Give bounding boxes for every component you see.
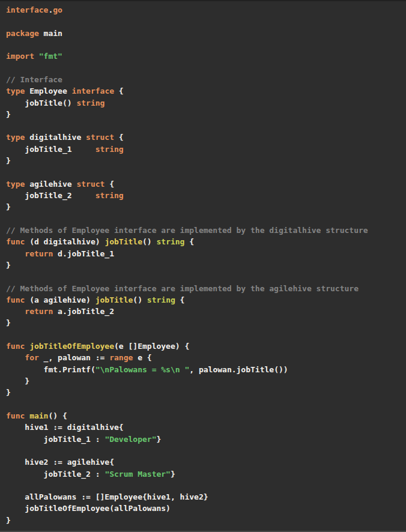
code-token-function_name: jobTitle (105, 237, 142, 246)
code-token-keyword: type (6, 133, 25, 142)
code-token-keyword: struct (76, 180, 105, 189)
code-token-function_name: jobTitleOfEmployee (29, 342, 114, 351)
code-line: interface.go (6, 4, 400, 16)
code-token-keyword: return (25, 249, 53, 258)
code-token-plain (6, 353, 25, 362)
code-token-string_literal: "Developer" (105, 435, 156, 444)
code-token-plain (25, 411, 29, 420)
code-token-keyword: range (109, 353, 133, 362)
code-token-plain: jobTitle_1 : (6, 435, 105, 444)
code-token-builtin_type: string (156, 237, 184, 246)
code-line: allPalowans := []Employee{hive1, hive2} (6, 491, 400, 503)
code-token-plain: agilehive (25, 180, 76, 189)
code-line (6, 120, 400, 131)
code-token-plain (34, 52, 39, 61)
code-token-plain: { (114, 86, 124, 95)
code-line (6, 166, 400, 178)
code-token-keyword: type (6, 86, 25, 95)
code-token-plain: allPalowans := []Employee{hive1, hive2} (6, 492, 208, 501)
code-line: jobTitleOfEmployee(allPalowans) (6, 503, 400, 514)
code-line (6, 16, 400, 27)
code-line: } (6, 155, 400, 166)
code-token-keyword: string (95, 145, 124, 154)
code-token-plain: jobTitleOfEmployee(allPalowans) (6, 504, 171, 513)
code-line: type Employee interface { (6, 85, 400, 97)
code-token-comment: // Methods of Employee interface are imp… (6, 284, 359, 293)
code-token-plain: } (6, 261, 11, 270)
code-token-plain (6, 249, 25, 258)
code-line: jobTitle() string (6, 97, 400, 109)
code-token-function_name: jobTitle (95, 295, 133, 304)
code-line: // Methods of Employee interface are imp… (6, 283, 400, 294)
code-token-plain: (a agilehive) (25, 295, 95, 304)
code-token-plain: { (175, 295, 185, 304)
code-token-plain: () { (48, 411, 67, 420)
code-token-keyword: struct (86, 133, 114, 142)
code-line: } (6, 317, 400, 328)
code-line: } (6, 201, 400, 213)
code-token-keyword: func (6, 237, 25, 246)
code-line: import "fmt" (6, 50, 400, 62)
code-line: func jobTitleOfEmployee(e []Employee) { (6, 340, 400, 352)
code-token-plain: jobTitle_2 (6, 191, 95, 200)
code-line: hive1 := digitalhive{ (6, 422, 400, 433)
code-token-plain: } (171, 470, 175, 479)
code-token-plain: } (6, 318, 11, 327)
code-line: jobTitle_2 : "Scrum Master"} (6, 468, 400, 480)
code-line: // Interface (6, 74, 400, 85)
code-token-keyword: package (6, 29, 39, 38)
code-token-plain: , palowan.jobTitle()) (189, 365, 288, 374)
code-token-plain: } (156, 435, 161, 444)
code-line: fmt.Printf("\nPalowans = %s\n ", palowan… (6, 364, 400, 375)
code-token-plain: a.jobTitle_2 (53, 307, 114, 316)
code-token-keyword: return (25, 307, 53, 316)
code-token-plain: d.jobTitle_1 (53, 249, 114, 258)
code-line: func (d digitalhive) jobTitle() string { (6, 236, 400, 247)
code-token-plain: Employee (25, 86, 71, 95)
code-token-plain: } (6, 516, 11, 525)
code-token-string_literal: "fmt" (39, 52, 62, 61)
code-token-plain: main (39, 29, 62, 38)
code-line (6, 39, 400, 50)
code-block: interface.go package main import "fmt" /… (0, 1, 406, 526)
code-line: // Methods of Employee interface are imp… (6, 225, 400, 236)
code-line: func main() { (6, 410, 400, 422)
code-line: } (6, 109, 400, 120)
code-line: hive2 := agilehive{ (6, 456, 400, 468)
code-line: return a.jobTitle_2 (6, 306, 400, 317)
code-line: } (6, 387, 400, 398)
code-line: } (6, 259, 400, 271)
code-line: jobTitle_1 string (6, 144, 400, 155)
code-token-plain: { (105, 180, 114, 189)
code-line: package main (6, 28, 400, 39)
code-token-keyword: import (6, 52, 34, 61)
code-token-keyword: interface (6, 5, 48, 14)
code-token-plain: jobTitle_1 (6, 145, 95, 154)
code-token-plain: jobTitle_2 : (6, 470, 105, 479)
code-token-plain: { (114, 133, 124, 142)
code-token-plain: _, palowan := (39, 353, 109, 362)
code-line (6, 62, 400, 74)
code-line (6, 271, 400, 282)
code-line: type digitalhive struct { (6, 131, 400, 143)
code-token-plain: e { (133, 353, 151, 362)
code-line: return d.jobTitle_1 (6, 248, 400, 259)
code-token-string_literal: "Scrum Master" (105, 470, 171, 479)
code-line (6, 445, 400, 456)
code-line: jobTitle_1 : "Developer"} (6, 434, 400, 445)
code-line: jobTitle_2 string (6, 190, 400, 201)
code-line: func (a agilehive) jobTitle() string { (6, 294, 400, 306)
code-token-function_name: main (29, 411, 48, 420)
code-line (6, 480, 400, 491)
code-token-plain: { (184, 237, 194, 246)
code-token-plain: } (6, 110, 11, 119)
code-line (6, 399, 400, 410)
code-token-keyword: string (76, 98, 105, 107)
code-token-keyword: type (6, 180, 25, 189)
code-line: type agilehive struct { (6, 178, 400, 190)
code-token-plain: fmt.Printf( (6, 365, 95, 374)
code-token-plain (25, 342, 29, 351)
code-token-plain: jobTitle() (6, 98, 76, 107)
code-token-plain: } (6, 388, 11, 397)
code-token-plain: (e []Employee) { (114, 342, 189, 351)
